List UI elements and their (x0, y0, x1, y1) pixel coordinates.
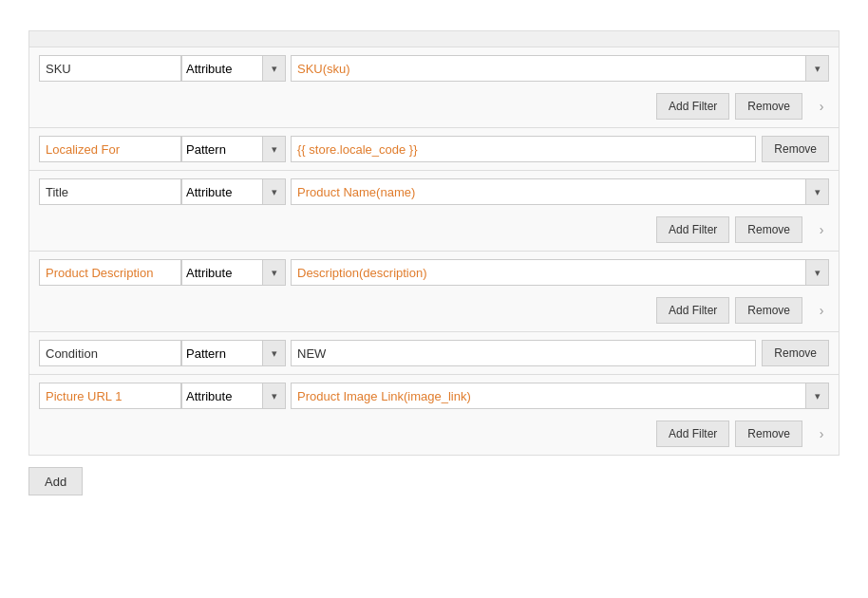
add-filter-button-product-description[interactable]: Add Filter (656, 297, 729, 324)
type-select-localized-for[interactable]: PatternAttribute (181, 136, 263, 162)
actions-row-title: Add FilterRemove› (29, 213, 839, 251)
value-dropdown-arrow-sku[interactable] (806, 55, 829, 82)
type-select-condition[interactable]: PatternAttribute (181, 340, 263, 366)
column-name-input-product-description[interactable] (39, 259, 181, 286)
type-select-product-description[interactable]: AttributePattern (181, 259, 263, 286)
actions-row-product-description: Add FilterRemove› (29, 293, 839, 331)
chevron-icon-picture-url-1[interactable]: › (814, 426, 829, 441)
type-wrapper-title: AttributePattern (181, 178, 286, 205)
value-input-localized-for[interactable] (291, 136, 756, 162)
type-wrapper-sku: AttributePattern (181, 55, 286, 82)
column-name-input-picture-url-1[interactable] (39, 383, 181, 409)
remove-button-title[interactable]: Remove (735, 216, 802, 243)
value-wrapper-picture-url-1 (291, 383, 829, 409)
chevron-icon-product-description[interactable]: › (814, 303, 829, 318)
row-main-product-description: AttributePattern (29, 252, 839, 293)
row-group-product-description: AttributePatternAdd FilterRemove› (28, 252, 840, 332)
value-wrapper-condition (291, 340, 756, 366)
add-filter-button-sku[interactable]: Add Filter (656, 93, 729, 120)
row-main-condition: PatternAttributeRemove (29, 332, 839, 374)
value-input-picture-url-1[interactable] (291, 383, 806, 409)
type-wrapper-condition: PatternAttribute (181, 340, 286, 366)
type-select-picture-url-1[interactable]: AttributePattern (181, 383, 263, 409)
column-name-input-title[interactable] (39, 178, 181, 205)
remove-button-condition[interactable]: Remove (762, 340, 829, 366)
row-main-localized-for: PatternAttributeRemove (29, 128, 839, 170)
row-group-localized-for: PatternAttributeRemove (28, 128, 840, 171)
column-name-input-sku[interactable] (39, 55, 181, 82)
value-input-sku[interactable] (291, 55, 806, 82)
column-name-input-localized-for[interactable] (39, 136, 181, 162)
column-name-input-condition[interactable] (39, 340, 181, 366)
row-main-picture-url-1: AttributePattern (29, 375, 839, 417)
row-group-condition: PatternAttributeRemove (28, 332, 840, 375)
add-btn-row: Add (28, 467, 840, 495)
value-wrapper-sku (291, 55, 829, 82)
type-wrapper-product-description: AttributePattern (181, 259, 286, 286)
type-dropdown-arrow-localized-for[interactable] (263, 136, 286, 162)
row-group-title: AttributePatternAdd FilterRemove› (28, 171, 840, 252)
value-wrapper-product-description (291, 259, 829, 286)
row-main-sku: AttributePattern (29, 47, 839, 89)
value-dropdown-arrow-product-description[interactable] (806, 259, 829, 286)
row-main-title: AttributePattern (29, 171, 839, 213)
type-dropdown-arrow-sku[interactable] (263, 55, 286, 82)
remove-button-sku[interactable]: Remove (735, 93, 802, 120)
fields-map-section: AttributePatternAdd FilterRemove›Pattern… (28, 30, 840, 495)
add-filter-button-picture-url-1[interactable]: Add Filter (656, 420, 729, 447)
type-dropdown-arrow-picture-url-1[interactable] (263, 383, 286, 409)
type-select-sku[interactable]: AttributePattern (181, 55, 263, 82)
type-wrapper-picture-url-1: AttributePattern (181, 383, 286, 409)
remove-button-picture-url-1[interactable]: Remove (735, 420, 802, 447)
row-group-picture-url-1: AttributePatternAdd FilterRemove› (28, 375, 840, 456)
chevron-icon-title[interactable]: › (814, 222, 829, 237)
value-wrapper-localized-for (291, 136, 756, 162)
table-header (28, 30, 840, 47)
type-wrapper-localized-for: PatternAttribute (181, 136, 286, 162)
value-input-title[interactable] (291, 178, 806, 205)
remove-button-product-description[interactable]: Remove (735, 297, 802, 324)
value-dropdown-arrow-picture-url-1[interactable] (806, 383, 829, 409)
type-dropdown-arrow-condition[interactable] (263, 340, 286, 366)
add-filter-button-title[interactable]: Add Filter (656, 216, 729, 243)
actions-row-picture-url-1: Add FilterRemove› (29, 417, 839, 455)
value-dropdown-arrow-title[interactable] (806, 178, 829, 205)
add-button[interactable]: Add (28, 467, 83, 495)
type-dropdown-arrow-title[interactable] (263, 178, 286, 205)
value-input-product-description[interactable] (291, 259, 806, 286)
actions-row-sku: Add FilterRemove› (29, 89, 839, 127)
row-group-sku: AttributePatternAdd FilterRemove› (28, 47, 840, 128)
value-wrapper-title (291, 178, 829, 205)
type-select-title[interactable]: AttributePattern (181, 178, 263, 205)
chevron-icon-sku[interactable]: › (814, 99, 829, 114)
type-dropdown-arrow-product-description[interactable] (263, 259, 286, 286)
remove-button-localized-for[interactable]: Remove (762, 136, 829, 162)
rows-container: AttributePatternAdd FilterRemove›Pattern… (28, 47, 840, 456)
value-input-condition[interactable] (291, 340, 756, 366)
